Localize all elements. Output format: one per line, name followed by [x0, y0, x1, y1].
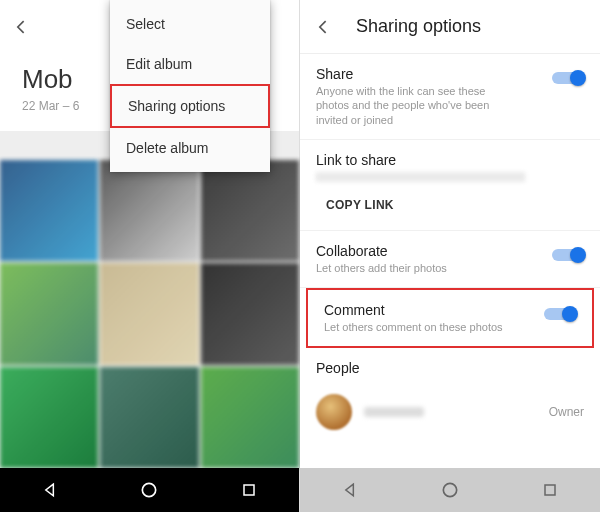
photo-thumbnail[interactable]	[0, 160, 98, 261]
person-role: Owner	[549, 405, 584, 419]
menu-item-delete[interactable]: Delete album	[110, 128, 270, 168]
back-arrow-icon[interactable]	[314, 17, 334, 37]
comment-toggle[interactable]	[544, 306, 578, 322]
collaborate-section: Collaborate Let others add their photos	[300, 231, 600, 288]
share-subtitle: Anyone with the link can see these photo…	[316, 84, 516, 127]
svg-marker-0	[46, 484, 54, 496]
svg-point-4	[443, 483, 456, 496]
photo-thumbnail[interactable]	[100, 160, 198, 261]
people-row[interactable]: Owner	[300, 380, 600, 444]
nav-back-icon[interactable]	[340, 480, 360, 500]
comment-subtitle: Let others comment on these photos	[324, 320, 524, 334]
avatar	[316, 394, 352, 430]
right-header: Sharing options	[300, 0, 600, 54]
svg-marker-3	[346, 484, 354, 496]
svg-rect-2	[244, 485, 254, 495]
collaborate-toggle[interactable]	[552, 247, 586, 263]
page-title: Sharing options	[356, 16, 481, 37]
link-url-redacted	[316, 172, 526, 182]
comment-section: Comment Let others comment on these phot…	[308, 290, 592, 346]
android-navbar	[300, 468, 600, 512]
people-title: People	[316, 360, 584, 376]
link-title: Link to share	[316, 152, 584, 168]
menu-item-select[interactable]: Select	[110, 4, 270, 44]
comment-title: Comment	[324, 302, 576, 318]
nav-recent-icon[interactable]	[540, 480, 560, 500]
svg-point-1	[143, 483, 156, 496]
photo-thumbnail[interactable]	[100, 263, 198, 364]
share-toggle[interactable]	[552, 70, 586, 86]
nav-home-icon[interactable]	[139, 480, 159, 500]
link-section: Link to share COPY LINK	[300, 140, 600, 231]
photo-thumbnail[interactable]	[0, 367, 98, 468]
person-name-redacted	[364, 407, 424, 417]
share-section: Share Anyone with the link can see these…	[300, 54, 600, 140]
photo-grid	[0, 160, 299, 468]
album-screen: Mob 22 Mar – 6 Select Edit album Sharing…	[0, 0, 300, 512]
photo-thumbnail[interactable]	[100, 367, 198, 468]
nav-recent-icon[interactable]	[239, 480, 259, 500]
android-navbar	[0, 468, 299, 512]
back-arrow-icon[interactable]	[12, 17, 32, 37]
nav-home-icon[interactable]	[440, 480, 460, 500]
photo-thumbnail[interactable]	[201, 263, 299, 364]
people-section-header: People	[300, 348, 600, 380]
photo-thumbnail[interactable]	[201, 367, 299, 468]
photo-thumbnail[interactable]	[201, 160, 299, 261]
menu-item-sharing[interactable]: Sharing options	[110, 84, 270, 128]
share-title: Share	[316, 66, 584, 82]
collaborate-title: Collaborate	[316, 243, 584, 259]
menu-item-edit[interactable]: Edit album	[110, 44, 270, 84]
comment-highlight: Comment Let others comment on these phot…	[306, 288, 594, 348]
overflow-menu: Select Edit album Sharing options Delete…	[110, 0, 270, 172]
photo-thumbnail[interactable]	[0, 263, 98, 364]
copy-link-button[interactable]: COPY LINK	[316, 192, 404, 218]
nav-back-icon[interactable]	[40, 480, 60, 500]
svg-rect-5	[545, 485, 555, 495]
sharing-options-screen: Sharing options Share Anyone with the li…	[300, 0, 600, 512]
collaborate-subtitle: Let others add their photos	[316, 261, 516, 275]
